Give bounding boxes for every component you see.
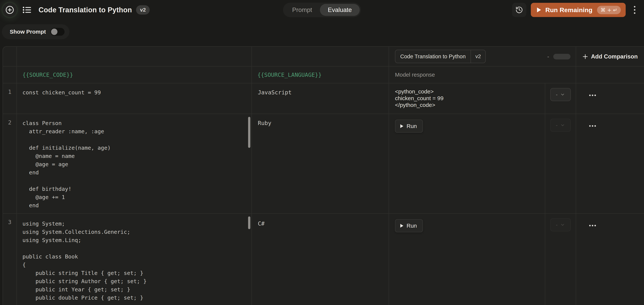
keyboard-shortcut-badge: ⌘ + ↵ bbox=[597, 6, 621, 14]
model-response-cell: Run bbox=[389, 114, 545, 213]
row-number-header bbox=[3, 66, 17, 83]
prompt-version-number: v2 bbox=[470, 50, 486, 63]
add-comparison-label: Add Comparison bbox=[591, 53, 638, 60]
model-response-label: Model response bbox=[389, 66, 576, 83]
row-actions-cell bbox=[576, 214, 644, 305]
new-item-button[interactable] bbox=[2, 3, 17, 17]
row-actions-cell bbox=[576, 114, 644, 213]
show-prompt-toggle[interactable] bbox=[50, 28, 64, 36]
page-title: Code Translation to Python bbox=[38, 6, 132, 14]
source-language-cell[interactable]: Ruby bbox=[252, 114, 389, 213]
actions-header bbox=[576, 66, 644, 83]
more-options-button[interactable] bbox=[632, 4, 637, 16]
source-language-value: JavaScript bbox=[252, 83, 388, 100]
run-remaining-label: Run Remaining bbox=[546, 6, 592, 14]
source-language-value: C# bbox=[252, 214, 388, 232]
history-icon bbox=[515, 6, 523, 14]
source-language-cell[interactable]: JavaScript bbox=[252, 83, 389, 114]
prompt-version-cell: Code Translation to Python v2 - bbox=[389, 47, 576, 66]
source-code-value: const chicken_count = 99 bbox=[17, 83, 252, 100]
list-icon bbox=[22, 5, 32, 15]
tab-prompt[interactable]: Prompt bbox=[284, 4, 320, 16]
source-code-cell[interactable]: class Person attr_reader :name, :age def… bbox=[17, 114, 252, 213]
ellipsis-dot bbox=[594, 225, 596, 226]
grade-value: - bbox=[556, 92, 558, 98]
table-row: 3 using System; using System.Collections… bbox=[3, 214, 644, 305]
average-score-area: - bbox=[547, 47, 570, 66]
play-icon bbox=[400, 224, 404, 228]
row-menu-button[interactable] bbox=[588, 124, 598, 128]
play-icon bbox=[536, 7, 541, 13]
chevron-down-icon bbox=[560, 92, 565, 97]
row-menu-button[interactable] bbox=[588, 93, 598, 98]
grade-cell: - bbox=[545, 83, 576, 114]
ellipsis-dot bbox=[594, 95, 596, 96]
topbar: Code Translation to Python v2 Prompt Eva… bbox=[0, 0, 644, 20]
source-code-value: class Person attr_reader :name, :age def… bbox=[17, 114, 252, 213]
comparison-header-row: Code Translation to Python v2 - Add Comp… bbox=[3, 47, 644, 66]
scrollbar-thumb[interactable] bbox=[248, 117, 250, 148]
play-icon bbox=[400, 124, 404, 128]
table-row: 2 class Person attr_reader :name, :age d… bbox=[3, 114, 644, 214]
ellipsis-dot bbox=[594, 125, 596, 127]
source-code-value: using System; using System.Collections.G… bbox=[17, 214, 252, 305]
prompt-list-button[interactable] bbox=[21, 4, 33, 16]
grade-value: - bbox=[556, 122, 558, 128]
run-remaining-button[interactable]: Run Remaining ⌘ + ↵ bbox=[531, 3, 626, 17]
add-comparison-button[interactable]: Add Comparison bbox=[576, 47, 644, 66]
source-code-cell[interactable]: const chicken_count = 99 bbox=[17, 83, 252, 114]
tab-evaluate[interactable]: Evaluate bbox=[320, 4, 360, 16]
source-language-value: Ruby bbox=[252, 114, 388, 131]
chevron-down-icon bbox=[560, 123, 565, 128]
kebab-dot bbox=[634, 6, 636, 7]
ellipsis-dot bbox=[592, 95, 593, 96]
mode-tabs: Prompt Evaluate bbox=[283, 2, 361, 17]
grade-dropdown[interactable]: - bbox=[550, 218, 571, 231]
column-header-row: {{SOURCE_CODE}} {{SOURCE_LANGUAGE}} Mode… bbox=[3, 66, 644, 83]
table-row: 1 const chicken_count = 99 JavaScript <p… bbox=[3, 83, 644, 114]
average-score-value: - bbox=[547, 53, 549, 60]
prompt-version-selector[interactable]: Code Translation to Python v2 bbox=[395, 50, 486, 63]
row-menu-button[interactable] bbox=[588, 223, 598, 228]
add-icon bbox=[582, 54, 588, 59]
grade-cell: - bbox=[545, 114, 576, 213]
empty-header-cell bbox=[17, 47, 252, 66]
model-response-value: <python_code> chicken_count = 99 </pytho… bbox=[389, 83, 545, 112]
model-response-header: Model response bbox=[389, 66, 576, 83]
run-row-button[interactable]: Run bbox=[395, 120, 423, 133]
source-code-header: {{SOURCE_CODE}} bbox=[17, 66, 252, 83]
evaluation-table: Code Translation to Python v2 - Add Comp… bbox=[2, 46, 644, 305]
corner-cell bbox=[3, 47, 17, 66]
row-number: 3 bbox=[3, 214, 17, 305]
version-badge: v2 bbox=[136, 5, 150, 14]
add-comparison-cell: Add Comparison bbox=[576, 47, 644, 66]
grade-value: - bbox=[556, 222, 558, 228]
grade-cell: - bbox=[545, 214, 576, 305]
kebab-dot bbox=[634, 12, 636, 14]
model-response-cell: Run bbox=[389, 214, 545, 305]
ellipsis-dot bbox=[592, 125, 593, 127]
show-prompt-control: Show Prompt bbox=[2, 24, 70, 39]
grade-dropdown[interactable]: - bbox=[550, 88, 571, 101]
toggle-knob bbox=[51, 28, 58, 35]
source-language-cell[interactable]: C# bbox=[252, 214, 389, 305]
run-label: Run bbox=[406, 223, 417, 229]
plus-circle-icon bbox=[5, 5, 15, 15]
row-number: 2 bbox=[3, 114, 17, 213]
chevron-down-icon bbox=[560, 222, 565, 227]
source-language-variable: {{SOURCE_LANGUAGE}} bbox=[252, 66, 388, 83]
scrollbar-thumb[interactable] bbox=[248, 216, 250, 229]
ellipsis-dot bbox=[589, 225, 591, 226]
ellipsis-dot bbox=[589, 125, 591, 127]
show-prompt-label: Show Prompt bbox=[10, 28, 46, 35]
source-code-cell[interactable]: using System; using System.Collections.G… bbox=[17, 214, 252, 305]
grade-dropdown[interactable]: - bbox=[550, 119, 571, 132]
ellipsis-dot bbox=[592, 225, 593, 226]
model-response-cell: <python_code> chicken_count = 99 </pytho… bbox=[389, 83, 545, 114]
run-row-button[interactable]: Run bbox=[395, 219, 423, 232]
row-actions-cell bbox=[576, 83, 644, 114]
history-button[interactable] bbox=[512, 3, 526, 17]
empty-header-cell bbox=[252, 47, 389, 66]
prompt-version-name: Code Translation to Python bbox=[395, 53, 470, 60]
source-language-header: {{SOURCE_LANGUAGE}} bbox=[252, 66, 389, 83]
